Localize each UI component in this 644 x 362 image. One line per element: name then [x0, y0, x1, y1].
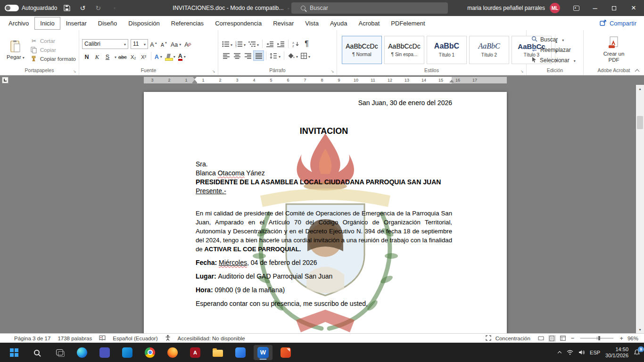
wifi-icon[interactable] — [567, 348, 573, 357]
accessibility-status[interactable]: Accesibilidad: No disponible — [178, 336, 245, 341]
font-size-select[interactable]: 11 — [131, 39, 148, 49]
zoom-in-icon[interactable]: + — [619, 335, 623, 342]
highlight-button[interactable] — [164, 51, 176, 61]
subscript-button[interactable]: X₂ — [129, 51, 138, 61]
underline-button[interactable]: S — [103, 51, 112, 61]
style-card[interactable]: AaBbC Título 1 — [427, 36, 467, 64]
strikethrough-button[interactable]: abc — [117, 51, 128, 61]
word-count[interactable]: 1738 palabras — [58, 336, 92, 341]
task-view-button[interactable] — [50, 345, 69, 360]
ribbon-tab[interactable]: Acrobat — [353, 17, 386, 30]
underline-dropdown-icon[interactable] — [113, 52, 116, 60]
ribbon-tab[interactable]: Archivo — [3, 17, 34, 30]
scroll-down-icon[interactable] — [636, 326, 644, 333]
document-content[interactable]: San Juan, 30 de enero del 2026 INVITACIO… — [144, 92, 507, 308]
align-left-button[interactable] — [221, 51, 231, 60]
collapse-ribbon-icon[interactable] — [635, 69, 639, 73]
cut-button[interactable]: Cortar — [30, 38, 76, 44]
customize-quick-access-icon[interactable] — [108, 2, 119, 14]
clear-formatting-button[interactable]: A — [183, 39, 192, 49]
ribbon-display-options-icon[interactable] — [567, 0, 586, 16]
bold-button[interactable]: N — [82, 51, 91, 61]
share-button[interactable]: Compartir — [600, 19, 636, 27]
firefox-button[interactable] — [163, 345, 182, 360]
office-app-button[interactable] — [231, 345, 250, 360]
save-icon[interactable] — [61, 2, 73, 14]
paragraph-dialog-launcher[interactable] — [330, 68, 335, 74]
page-indicator[interactable]: Página 3 de 17 — [14, 336, 50, 341]
ribbon-tab[interactable]: PDFelement — [385, 17, 430, 30]
scrollbar-thumb[interactable] — [637, 116, 643, 129]
multilevel-list-button[interactable] — [248, 39, 260, 49]
acrobat-button[interactable]: A — [186, 345, 205, 360]
select-button[interactable]: Seleccionar — [531, 57, 576, 64]
ribbon-tab[interactable]: Revisar — [267, 17, 299, 30]
align-center-button[interactable] — [232, 51, 242, 60]
tray-chevron-icon[interactable] — [558, 351, 561, 354]
sort-button[interactable]: AZ — [291, 39, 301, 49]
accessibility-icon[interactable] — [165, 335, 171, 342]
tab-stop-selector[interactable] — [2, 77, 8, 83]
print-layout-icon[interactable] — [548, 335, 556, 342]
proofing-icon[interactable] — [99, 335, 106, 342]
zoom-slider[interactable] — [580, 338, 613, 338]
ribbon-tab[interactable]: Correspondencia — [209, 17, 267, 30]
superscript-button[interactable]: X² — [139, 51, 149, 61]
italic-button[interactable]: K — [92, 51, 102, 61]
first-line-indent-marker[interactable] — [192, 76, 197, 79]
notification-bell[interactable]: 9 — [634, 349, 640, 356]
show-paragraph-marks-button[interactable]: ¶ — [302, 39, 312, 49]
style-card[interactable]: AaBbC Título 2 — [469, 36, 509, 64]
clipboard-dialog-launcher[interactable] — [72, 68, 77, 74]
scroll-up-icon[interactable] — [636, 85, 644, 92]
pdfelement-button[interactable] — [276, 345, 295, 360]
taskbar-search-button[interactable] — [27, 345, 46, 360]
document-page[interactable]: San Juan, 30 de enero del 2026 INVITACIO… — [144, 92, 507, 333]
increase-indent-button[interactable] — [276, 39, 286, 49]
create-pdf-button[interactable]: Crear un PDF — [599, 33, 629, 67]
redo-icon[interactable] — [92, 2, 104, 14]
font-color-button[interactable]: A — [177, 51, 187, 61]
undo-icon[interactable] — [77, 2, 88, 14]
justify-button[interactable] — [254, 51, 264, 60]
style-card[interactable]: AaBbCcDc ¶ Sin espa... — [384, 36, 424, 64]
search-box[interactable]: Buscar — [291, 2, 448, 14]
chrome-button[interactable] — [140, 345, 159, 360]
align-right-button[interactable] — [243, 51, 253, 60]
ribbon-tab[interactable]: Insertar — [60, 17, 92, 30]
maximize-button[interactable] — [604, 0, 623, 16]
web-layout-icon[interactable] — [559, 335, 567, 342]
autosave-toggle[interactable]: Autoguardado — [5, 5, 57, 11]
word-button[interactable]: W — [254, 345, 272, 360]
ribbon-tab[interactable]: Diseño — [92, 17, 123, 30]
ruler[interactable]: 3211234567891011121314151617 — [0, 75, 644, 85]
style-card[interactable]: AaBbCcDc ¶ Normal — [342, 36, 382, 64]
shading-button[interactable] — [287, 51, 299, 60]
focus-mode-button[interactable]: Concentración — [495, 336, 530, 341]
teams-button[interactable] — [95, 345, 114, 360]
left-indent-marker[interactable] — [192, 82, 197, 84]
ribbon-tab[interactable]: Disposición — [123, 17, 165, 30]
avatar[interactable]: ML — [550, 3, 560, 13]
read-mode-icon[interactable] — [537, 335, 545, 342]
styles-dialog-launcher[interactable] — [519, 68, 525, 74]
shrink-font-button[interactable]: A▼ — [159, 39, 169, 49]
copy-button[interactable]: Copiar — [30, 47, 76, 53]
zoom-level[interactable]: 96% — [627, 336, 638, 341]
right-indent-marker[interactable] — [449, 80, 454, 82]
paste-button[interactable]: Pegar — [3, 33, 28, 67]
text-effects-button[interactable]: A — [154, 51, 163, 61]
format-painter-button[interactable]: Copiar formato — [30, 56, 76, 62]
file-explorer-button[interactable] — [208, 345, 227, 360]
start-button[interactable] — [5, 345, 24, 360]
ribbon-tab[interactable]: Vista — [299, 17, 324, 30]
borders-button[interactable] — [300, 51, 311, 60]
edge-button[interactable] — [73, 345, 91, 360]
ribbon-tab[interactable]: Ayuda — [324, 17, 353, 30]
font-dialog-launcher[interactable] — [211, 68, 216, 74]
replace-button[interactable]: Reemplazar — [531, 46, 576, 54]
grow-font-button[interactable]: A▲ — [149, 39, 158, 49]
change-case-button[interactable]: Aa — [170, 39, 182, 49]
clock[interactable]: 14:50 30/1/2026 — [605, 346, 628, 359]
title-chevron-icon[interactable] — [286, 5, 289, 11]
